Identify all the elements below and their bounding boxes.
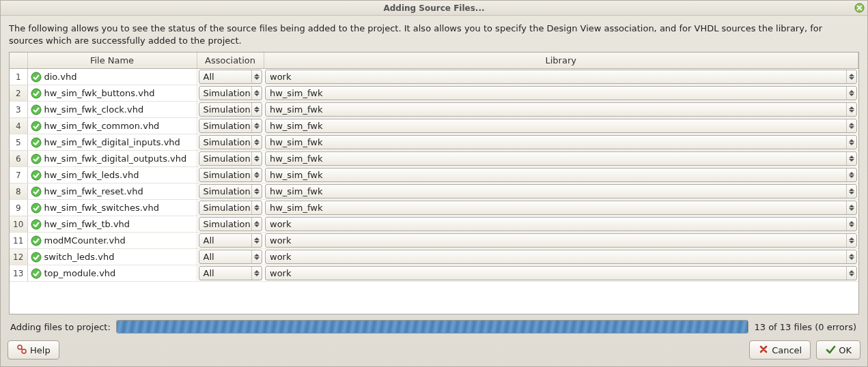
row-number: 12: [10, 249, 27, 265]
library-dropdown[interactable]: hw_sim_fwk: [265, 168, 857, 182]
library-dropdown[interactable]: work: [265, 250, 857, 264]
library-value: hw_sim_fwk: [270, 104, 846, 115]
chevron-updown-icon: [846, 70, 854, 83]
association-dropdown[interactable]: All: [199, 250, 263, 264]
close-icon[interactable]: [854, 3, 865, 13]
table-row: 9hw_sim_fwk_switches.vhdSimulationhw_sim…: [10, 200, 858, 216]
titlebar: Adding Source Files...: [1, 1, 867, 16]
check-icon: [31, 121, 42, 132]
column-header-index[interactable]: [10, 53, 27, 69]
progress-fill: [117, 321, 748, 333]
cancel-button-label: Cancel: [772, 345, 802, 355]
svg-point-12: [31, 252, 41, 262]
filename-cell: hw_sim_fwk_tb.vhd: [27, 216, 197, 233]
library-dropdown[interactable]: work: [265, 70, 857, 84]
row-number: 8: [10, 184, 27, 200]
association-cell: Simulation: [197, 184, 264, 200]
progress-row: Adding files to project: 13 of 13 files …: [9, 314, 859, 336]
association-dropdown[interactable]: Simulation: [199, 135, 263, 149]
column-header-library[interactable]: Library: [264, 53, 858, 69]
table-row: 11modMCounter.vhdAllwork: [10, 233, 858, 249]
help-button-label: Help: [30, 345, 51, 355]
filename-cell: hw_sim_fwk_switches.vhd: [27, 200, 197, 216]
association-dropdown[interactable]: Simulation: [199, 201, 263, 215]
svg-point-6: [31, 154, 41, 164]
association-dropdown[interactable]: Simulation: [199, 151, 263, 166]
library-dropdown[interactable]: work: [265, 266, 857, 280]
table-row: 12switch_leds.vhdAllwork: [10, 249, 858, 265]
association-dropdown[interactable]: Simulation: [199, 217, 263, 231]
association-value: Simulation: [204, 88, 252, 98]
association-cell: Simulation: [197, 134, 264, 151]
column-header-filename[interactable]: File Name: [27, 53, 197, 69]
association-dropdown[interactable]: Simulation: [199, 102, 263, 117]
library-dropdown[interactable]: work: [265, 233, 857, 248]
svg-point-5: [31, 138, 41, 147]
chevron-updown-icon: [846, 267, 854, 280]
check-icon: [31, 137, 42, 148]
chevron-updown-icon: [846, 218, 854, 231]
check-icon: [31, 104, 42, 115]
library-value: hw_sim_fwk: [270, 121, 846, 131]
association-cell: All: [197, 249, 264, 265]
association-dropdown[interactable]: Simulation: [199, 184, 263, 199]
row-number: 11: [10, 233, 27, 249]
library-dropdown[interactable]: hw_sim_fwk: [265, 102, 857, 117]
association-value: Simulation: [204, 203, 252, 213]
library-cell: hw_sim_fwk: [264, 167, 858, 184]
table-row: 13top_module.vhdAllwork: [10, 265, 858, 282]
association-dropdown[interactable]: Simulation: [199, 119, 263, 133]
column-header-association[interactable]: Association: [197, 53, 264, 69]
association-dropdown[interactable]: All: [199, 70, 263, 84]
chevron-updown-icon: [251, 136, 260, 149]
association-cell: Simulation: [197, 85, 264, 102]
library-cell: hw_sim_fwk: [264, 200, 858, 216]
check-icon: [31, 186, 42, 197]
cancel-icon: [758, 344, 769, 357]
association-value: All: [204, 268, 252, 278]
chevron-updown-icon: [846, 152, 854, 165]
association-dropdown[interactable]: All: [199, 266, 263, 280]
filename-text: hw_sim_fwk_digital_outputs.vhd: [44, 153, 187, 164]
association-value: Simulation: [204, 186, 252, 196]
ok-button[interactable]: OK: [816, 340, 860, 359]
library-dropdown[interactable]: hw_sim_fwk: [265, 119, 857, 133]
chevron-updown-icon: [251, 201, 260, 214]
svg-point-13: [31, 269, 41, 278]
window-title: Adding Source Files...: [383, 3, 484, 13]
library-cell: work: [264, 249, 858, 265]
filename-text: hw_sim_fwk_digital_inputs.vhd: [44, 137, 180, 147]
help-icon: [16, 344, 27, 357]
row-number: 4: [10, 118, 27, 134]
association-dropdown[interactable]: Simulation: [199, 168, 263, 182]
association-cell: All: [197, 233, 264, 249]
association-dropdown[interactable]: All: [199, 233, 263, 248]
filename-cell: hw_sim_fwk_digital_inputs.vhd: [27, 134, 197, 151]
library-cell: hw_sim_fwk: [264, 85, 858, 102]
svg-point-11: [31, 236, 41, 246]
ok-icon: [825, 344, 836, 357]
association-cell: Simulation: [197, 216, 264, 233]
ok-button-label: OK: [839, 345, 852, 355]
cancel-button[interactable]: Cancel: [749, 340, 811, 359]
library-value: hw_sim_fwk: [270, 186, 846, 196]
filename-cell: hw_sim_fwk_reset.vhd: [27, 184, 197, 200]
row-number: 7: [10, 167, 27, 184]
check-icon: [31, 252, 42, 263]
library-value: work: [270, 235, 846, 246]
check-icon: [31, 203, 42, 214]
help-button[interactable]: Help: [8, 340, 59, 359]
library-dropdown[interactable]: hw_sim_fwk: [265, 86, 857, 100]
library-value: hw_sim_fwk: [270, 88, 846, 98]
svg-point-9: [31, 203, 41, 213]
library-dropdown[interactable]: work: [265, 217, 857, 231]
library-dropdown[interactable]: hw_sim_fwk: [265, 151, 857, 166]
chevron-updown-icon: [846, 201, 854, 214]
filename-cell: hw_sim_fwk_clock.vhd: [27, 102, 197, 118]
row-number: 2: [10, 85, 27, 102]
library-dropdown[interactable]: hw_sim_fwk: [265, 201, 857, 215]
library-dropdown[interactable]: hw_sim_fwk: [265, 135, 857, 149]
association-dropdown[interactable]: Simulation: [199, 86, 263, 100]
library-dropdown[interactable]: hw_sim_fwk: [265, 184, 857, 199]
chevron-updown-icon: [846, 185, 854, 198]
